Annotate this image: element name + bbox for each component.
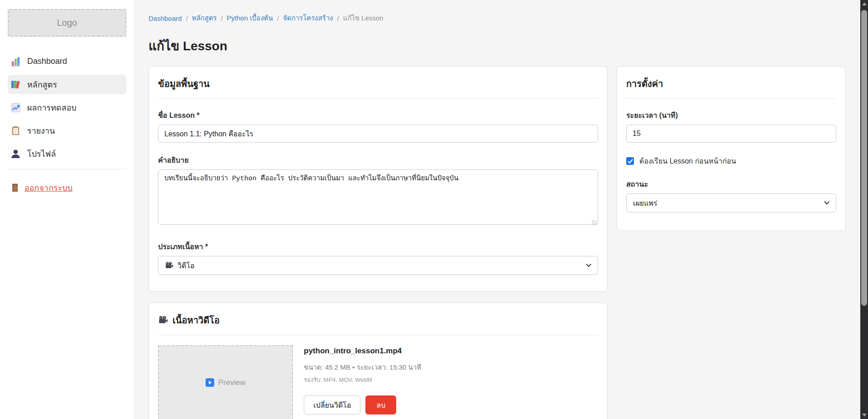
door-icon	[10, 183, 20, 193]
movie-camera-icon	[165, 261, 173, 270]
video-content-card: เนื้อหาวิดีโอ Preview python_intro_	[149, 303, 608, 419]
person-icon	[10, 149, 21, 159]
lesson-name-input[interactable]	[158, 125, 598, 143]
chevron-down-icon	[824, 200, 830, 206]
books-icon	[10, 79, 21, 90]
video-meta-secondary: รองรับ: MP4, MOV, WebM	[304, 375, 421, 385]
content-type-value: วิดีโอ	[177, 260, 195, 271]
lesson-name-label: ชื่อ Lesson *	[158, 110, 598, 121]
bar-chart-icon	[10, 56, 21, 67]
prerequisite-checkbox[interactable]	[626, 157, 634, 165]
sidebar-item-reports[interactable]: รายงาน	[8, 121, 126, 140]
logout-label: ออกจากระบบ	[24, 181, 72, 194]
delete-video-button[interactable]: ลบ	[365, 395, 396, 414]
breadcrumb-link-dashboard[interactable]: Dashboard	[149, 14, 182, 22]
sidebar-item-label: รายงาน	[27, 124, 55, 137]
prerequisite-row: ต้องเรียน Lesson ก่อนหน้าก่อน	[626, 155, 836, 167]
sidebar-nav: Dashboard หลักสูตร ผลการทดสอบ	[0, 52, 134, 164]
card-divider	[626, 98, 836, 99]
breadcrumb-separator: /	[337, 14, 339, 22]
breadcrumb-link-course[interactable]: Python เบื้องต้น	[227, 13, 273, 24]
content-type-label: ประเภทเนื้อหา *	[158, 241, 598, 252]
description-textarea[interactable]: บทเรียนนี้จะอธิบายว่า Python คืออะไร ประ…	[158, 169, 598, 225]
video-preview-box[interactable]: Preview	[158, 345, 293, 419]
sidebar-divider	[8, 169, 126, 169]
breadcrumb-separator: /	[277, 14, 279, 22]
prerequisite-label[interactable]: ต้องเรียน Lesson ก่อนหน้าก่อน	[639, 155, 736, 167]
video-info: python_intro_lesson1.mp4 ขนาด: 45.2 MB •…	[304, 345, 421, 419]
triangle-down-icon	[862, 414, 867, 417]
settings-card-title: การตั้งค่า	[626, 77, 836, 90]
card-divider	[158, 335, 598, 335]
card-divider	[158, 98, 598, 99]
sidebar-item-label: Dashboard	[27, 57, 67, 66]
sidebar-item-profile[interactable]: โปรไฟล์	[8, 144, 126, 164]
breadcrumb-current: แก้ไข Lesson	[343, 13, 384, 24]
sidebar-item-label: หลักสูตร	[27, 78, 57, 91]
page-title: แก้ไข Lesson	[149, 39, 860, 54]
description-textarea-wrap: บทเรียนนี้จะอธิบายว่า Python คืออะไร ประ…	[158, 169, 598, 226]
triangle-up-icon	[862, 2, 867, 5]
main-content: Dashboard / หลักสูตร / Python เบื้องต้น …	[134, 0, 860, 419]
duration-label: ระยะเวลา (นาที)	[626, 110, 836, 121]
sidebar-item-courses[interactable]: หลักสูตร	[8, 75, 126, 94]
breadcrumb-link-structure[interactable]: จัดการโครงสร้าง	[283, 13, 333, 24]
description-label: คำอธิบาย	[158, 154, 598, 166]
app-window: Logo Dashboard หลักสูตร	[0, 0, 868, 419]
sidebar-item-test-results[interactable]: ผลการทดสอบ	[8, 98, 126, 117]
basic-info-card-title: ข้อมูลพื้นฐาน	[158, 77, 598, 90]
vertical-scrollbar	[860, 0, 868, 419]
clipboard-icon	[10, 125, 21, 136]
breadcrumb-link-courses[interactable]: หลักสูตร	[192, 13, 217, 24]
chevron-down-icon	[585, 263, 592, 268]
logo-placeholder: Logo	[8, 9, 126, 37]
scrollbar-down-arrow[interactable]	[860, 411, 868, 419]
movie-camera-icon	[158, 315, 168, 325]
preview-label: Preview	[218, 378, 245, 387]
change-video-button[interactable]: เปลี่ยนวิดีโอ	[304, 395, 360, 414]
video-card-title: เนื้อหาวิดีโอ	[158, 314, 598, 327]
logo-text: Logo	[57, 18, 77, 28]
video-file-name: python_intro_lesson1.mp4	[304, 347, 421, 356]
sidebar-item-label: โปรไฟล์	[27, 147, 56, 160]
content-type-select[interactable]: วิดีโอ	[158, 256, 598, 275]
play-icon	[206, 378, 214, 387]
checkmark-icon	[628, 159, 633, 164]
sidebar-item-dashboard[interactable]: Dashboard	[8, 52, 126, 71]
breadcrumb: Dashboard / หลักสูตร / Python เบื้องต้น …	[149, 13, 860, 24]
status-select[interactable]: เผยแพร่	[626, 193, 836, 212]
status-value: เผยแพร่	[633, 197, 657, 209]
duration-input[interactable]	[626, 125, 836, 143]
logout-link[interactable]: ออกจากระบบ	[10, 181, 134, 194]
scrollbar-thumb[interactable]	[861, 10, 867, 306]
settings-card: การตั้งค่า ระยะเวลา (นาที) ต้องเรียน Les…	[617, 66, 846, 231]
chart-increasing-icon	[10, 102, 21, 113]
breadcrumb-separator: /	[186, 14, 187, 22]
status-label: สถานะ	[626, 178, 836, 190]
sidebar: Logo Dashboard หลักสูตร	[0, 0, 134, 419]
basic-info-card: ข้อมูลพื้นฐาน ชื่อ Lesson * คำอธิบาย บทเ…	[149, 66, 608, 292]
video-card-title-text: เนื้อหาวิดีโอ	[173, 314, 220, 327]
scrollbar-up-arrow[interactable]	[860, 0, 868, 8]
breadcrumb-separator: /	[221, 14, 223, 22]
sidebar-item-label: ผลการทดสอบ	[27, 101, 77, 114]
video-meta-primary: ขนาด: 45.2 MB • ระยะเวลา: 15:30 นาที	[304, 362, 421, 373]
